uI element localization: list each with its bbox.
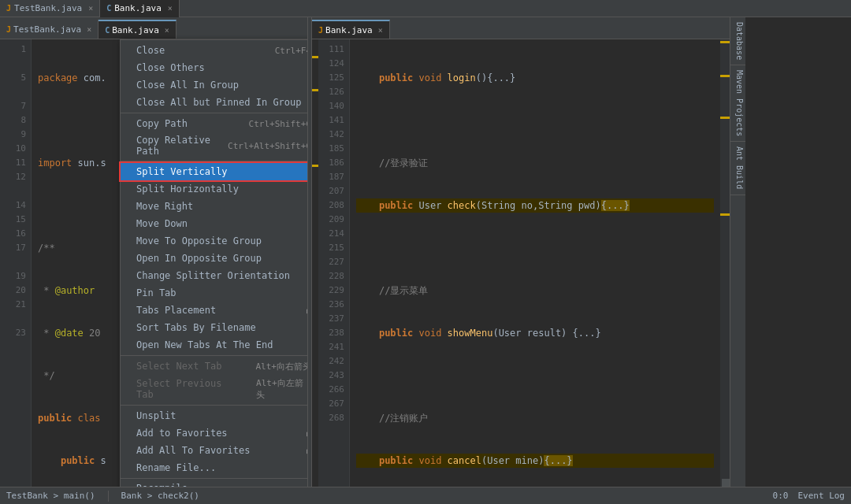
menu-item-close-all-pinned[interactable]: Close All but Pinned In Group [121, 94, 307, 111]
menu-label-rename: Rename File... [136, 462, 216, 473]
gutter-line: 185 [318, 142, 344, 156]
left-indicator-bar [312, 39, 318, 487]
code-line: public void showMenu(User result) {...} [356, 326, 714, 340]
tab-testbank[interactable]: J TestBank.java × [0, 0, 100, 17]
left-tab-testbank[interactable]: J TestBank.java × [0, 20, 98, 39]
menu-item-move-down[interactable]: Move Down [121, 215, 307, 232]
gutter-line: 125 [318, 71, 344, 85]
gutter-line: 141 [318, 113, 344, 128]
menu-item-open-opposite[interactable]: Open In Opposite Group [121, 250, 307, 267]
right-status: 0:0 Event Log [773, 491, 845, 501]
gutter-line: 242 [318, 354, 344, 369]
menu-shortcut-prev: Alt+向左箭头 [256, 377, 307, 401]
menu-item-copy-relative[interactable]: Copy Relative Path Ctrl+Alt+Shift+C [121, 132, 307, 159]
close-right-bank[interactable]: × [378, 26, 383, 35]
menu-item-pin-tab[interactable]: Pin Tab [121, 284, 307, 302]
close-tab-testbank[interactable]: × [88, 4, 93, 13]
status-position: 0:0 [773, 491, 789, 501]
menu-label-close-others: Close Others [136, 62, 205, 73]
right-breadcrumb: Bank > check2() [121, 491, 199, 501]
gutter-line: 215 [318, 241, 344, 255]
menu-label-sort-tabs: Sort Tabs By Filename [136, 322, 256, 333]
menu-label-split-vertically: Split Vertically [136, 166, 228, 177]
gutter-line: 9 [0, 128, 26, 142]
menu-item-close[interactable]: Close Ctrl+F4 [121, 42, 307, 59]
menu-item-move-opposite[interactable]: Move To Opposite Group [121, 232, 307, 250]
menu-item-split-vertically[interactable]: Split Vertically [121, 163, 307, 180]
left-gutter: 1 5 7 8 9 10 11 12 14 15 16 17 19 20 21 [0, 39, 32, 487]
gutter-line: 11 [0, 156, 26, 170]
menu-label-change-splitter: Change Splitter Orientation [136, 270, 290, 281]
menu-item-add-favorites[interactable]: Add to Favorites ▶ [121, 424, 307, 442]
menu-label-open-new-tabs: Open New Tabs At The End [136, 339, 273, 350]
gutter-line: 14 [0, 198, 26, 213]
menu-item-tabs-placement[interactable]: Tabs Placement ▶ [121, 302, 307, 319]
right-scrollbar[interactable] [720, 39, 730, 487]
context-menu: Close Ctrl+F4 Close Others Close All In … [120, 39, 307, 487]
scroll-mark-4 [720, 213, 730, 216]
gutter-line: 237 [318, 312, 344, 326]
menu-item-split-horizontally[interactable]: Split Horizontally [121, 180, 307, 198]
code-line: public void login(){...} [356, 71, 714, 85]
close-left-bank[interactable]: × [165, 26, 169, 35]
gutter-line: 238 [318, 326, 344, 340]
sidebar-tab-maven[interactable]: Maven Projects [730, 65, 745, 142]
event-log-button[interactable]: Event Log [797, 491, 845, 501]
gutter-line: 140 [318, 99, 344, 113]
right-code-area[interactable]: public void login(){...} //登录验证 public U… [350, 39, 720, 487]
sidebar-tab-database[interactable]: Database [730, 17, 745, 65]
menu-item-sort-tabs[interactable]: Sort Tabs By Filename [121, 319, 307, 336]
gutter-line: 268 [318, 411, 344, 425]
right-editor-panel: J Bank.java × 111 124 125 126 140 141 [312, 17, 730, 487]
menu-separator [121, 113, 307, 113]
menu-label-copy-path: Copy Path [136, 118, 188, 129]
menu-item-copy-path[interactable]: Copy Path Ctrl+Shift+C [121, 115, 307, 132]
close-left-testbank[interactable]: × [87, 25, 91, 34]
scroll-mark-3 [720, 117, 730, 119]
scroll-mark-2 [720, 75, 730, 77]
menu-item-add-all-favorites[interactable]: Add All To Favorites ▶ [121, 442, 307, 459]
status-bar: TestBank > main() Bank > check2() 0:0 Ev… [0, 487, 851, 504]
gutter-line: 20 [0, 284, 26, 298]
sidebar-tab-ant[interactable]: Ant Build [730, 142, 745, 195]
gutter-line: 207 [318, 184, 344, 198]
right-editor-tabs: J Bank.java × [312, 17, 730, 39]
code-line: //注销账户 [356, 411, 714, 425]
menu-item-close-all-group[interactable]: Close All In Group [121, 76, 307, 94]
menu-item-close-others[interactable]: Close Others [121, 59, 307, 76]
gutter-line [0, 85, 26, 99]
close-tab-bank[interactable]: × [168, 4, 173, 13]
menu-shortcut-copy-relative: Ctrl+Alt+Shift+C [228, 141, 307, 151]
menu-item-rename[interactable]: Rename File... [121, 459, 307, 476]
gutter-line: 19 [0, 269, 26, 284]
title-bar: J TestBank.java × C Bank.java × [0, 0, 851, 17]
left-tab-bank[interactable]: C Bank.java × [98, 20, 177, 39]
menu-item-recompile[interactable]: Recompile 'Bank.java' Ctrl+Shift+F9 [121, 480, 307, 487]
gutter-line: 229 [318, 284, 344, 298]
menu-label-select-next: Select Next Tab [136, 361, 221, 372]
menu-separator-4 [121, 405, 307, 406]
c-icon: C [106, 4, 111, 13]
tab-bank[interactable]: C Bank.java × [100, 0, 180, 17]
menu-label-recompile: Recompile 'Bank.java' [136, 483, 231, 487]
gutter-line: 241 [318, 340, 344, 354]
code-line: //显示菜单 [356, 284, 714, 298]
gutter-line: 7 [0, 99, 26, 113]
gutter-line: 208 [318, 198, 344, 213]
menu-item-move-right[interactable]: Move Right [121, 198, 307, 215]
gutter-line: 5 [0, 71, 26, 85]
gutter-line [0, 184, 26, 198]
menu-item-change-splitter[interactable]: Change Splitter Orientation [121, 267, 307, 284]
menu-item-open-new-tabs[interactable]: Open New Tabs At The End [121, 336, 307, 354]
menu-label-unsplit: Unsplit [136, 410, 177, 421]
gutter-line [0, 57, 26, 71]
menu-item-unsplit[interactable]: Unsplit [121, 407, 307, 424]
right-tab-bank[interactable]: J Bank.java × [312, 20, 390, 39]
breadcrumb-testbank: TestBank > main() [6, 491, 95, 501]
gutter-line: 12 [0, 170, 26, 184]
menu-item-select-next: Select Next Tab Alt+向右箭头 [121, 358, 307, 375]
java-file-icon: J [6, 25, 11, 34]
code-line: //登录验证 [356, 156, 714, 170]
submenu-arrow-tabs: ▶ [307, 306, 307, 315]
left-editor-panel: J TestBank.java × C Bank.java × 1 5 7 8 … [0, 17, 307, 487]
